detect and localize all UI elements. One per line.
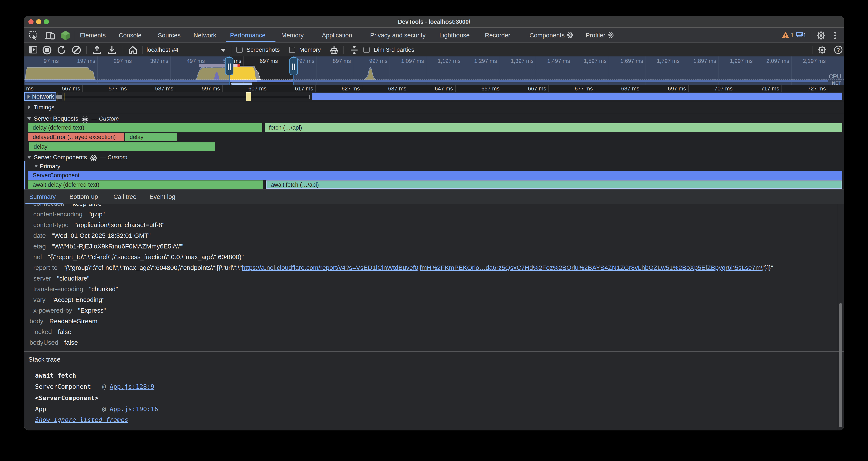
expand-arrow-icon[interactable] bbox=[27, 117, 31, 120]
clear-icon[interactable] bbox=[72, 45, 81, 55]
flame-bar-servercomponent[interactable]: ServerComponent bbox=[28, 171, 842, 180]
stack-frame: <ServerComponent> bbox=[35, 394, 98, 402]
bottom-tab-bottom-up[interactable]: Bottom-up bbox=[69, 190, 98, 204]
track-subgroup-primary[interactable]: Primary bbox=[24, 163, 844, 169]
flame-bar-await-delay-deferred-text[interactable]: await delay (deferred text) bbox=[28, 180, 263, 189]
download-profile-icon[interactable] bbox=[107, 45, 117, 55]
tab-performance[interactable]: Performance bbox=[230, 28, 266, 42]
collapse-arrow-icon[interactable] bbox=[28, 105, 31, 109]
source-location-link[interactable]: App.js:190:16 bbox=[110, 405, 158, 413]
net-strip-label: NET bbox=[832, 80, 841, 85]
capture-settings-gear-icon[interactable] bbox=[817, 45, 827, 54]
track-timings-row[interactable]: Timings bbox=[24, 102, 844, 113]
help-icon[interactable]: ? bbox=[834, 45, 843, 54]
ruler-tick-label: 727 ms bbox=[808, 85, 826, 92]
selection-handle-right[interactable] bbox=[289, 57, 298, 75]
inspect-icon[interactable] bbox=[29, 31, 39, 40]
flame-chart-tracks[interactable]: Network Timings Server Requests — Custom bbox=[24, 92, 844, 190]
screenshots-label[interactable]: Screenshots bbox=[246, 43, 280, 56]
devtools-tabbar: ElementsConsoleSourcesNetworkPerformance… bbox=[24, 28, 844, 43]
bottom-tab-event-log[interactable]: Event log bbox=[150, 190, 175, 204]
screenshots-checkbox[interactable] bbox=[236, 47, 243, 53]
timings-track-title: Timings bbox=[34, 104, 55, 111]
details-scrollbar-track[interactable] bbox=[838, 204, 838, 430]
expand-arrow-icon[interactable] bbox=[34, 165, 38, 167]
device-toolbar-icon[interactable] bbox=[44, 31, 55, 40]
home-icon[interactable] bbox=[128, 45, 137, 55]
flame-bar-delayederror-ayed-exception[interactable]: delayedError (…ayed exception) bbox=[28, 133, 124, 141]
message-icon[interactable] bbox=[796, 32, 803, 38]
timeline-ruler: ms567 ms577 ms587 ms597 ms607 ms617 ms62… bbox=[24, 85, 844, 92]
network-request-bar[interactable] bbox=[312, 93, 842, 100]
track-network-row[interactable]: Network bbox=[24, 92, 844, 101]
summary-details-pane[interactable]: connection"keep-alive"content-encoding"g… bbox=[24, 204, 844, 430]
tab-application[interactable]: Application bbox=[322, 28, 352, 42]
tab-elements[interactable]: Elements bbox=[80, 28, 106, 42]
detail-key: body bbox=[29, 318, 43, 324]
memory-checkbox[interactable] bbox=[289, 47, 296, 53]
detail-key: bodyUsed bbox=[29, 339, 58, 346]
dim-3rd-parties-checkbox[interactable] bbox=[363, 47, 370, 53]
overview-tick-label: 697 ms bbox=[260, 58, 278, 64]
settings-gear-icon[interactable] bbox=[816, 31, 826, 40]
collapse-arrow-icon[interactable] bbox=[28, 94, 30, 98]
memory-label[interactable]: Memory bbox=[299, 43, 321, 56]
selection-handle-left[interactable] bbox=[225, 57, 234, 75]
kebab-menu-icon[interactable] bbox=[833, 31, 837, 39]
tab-privacy-and-security[interactable]: Privacy and security bbox=[370, 28, 426, 42]
track-header-server-components[interactable]: Server Components — Custom bbox=[24, 151, 844, 162]
warning-count[interactable]: 1 bbox=[790, 28, 794, 42]
expand-arrow-icon[interactable] bbox=[27, 156, 31, 159]
flame-bar-fetch-api[interactable]: fetch (…/api) bbox=[265, 123, 842, 132]
network-event-marker[interactable] bbox=[246, 92, 251, 102]
reload-record-icon[interactable] bbox=[57, 45, 66, 55]
flame-bar-await-fetch-api[interactable]: await fetch (…/api) bbox=[266, 180, 842, 189]
collect-garbage-icon[interactable] bbox=[329, 46, 339, 55]
track-label-network[interactable]: Network bbox=[24, 92, 56, 101]
detail-value: "gzip" bbox=[88, 211, 105, 218]
source-location-link[interactable]: App.js:128:9 bbox=[110, 383, 154, 390]
collapse-icon[interactable] bbox=[350, 46, 359, 55]
stack-frame: App @ App.js:190:16 bbox=[35, 405, 158, 413]
message-count[interactable]: 1 bbox=[803, 28, 806, 42]
track-header-server-requests[interactable]: Server Requests — Custom bbox=[24, 113, 844, 123]
dim-3rd-parties-label[interactable]: Dim 3rd parties bbox=[374, 43, 414, 56]
nodejs-icon[interactable] bbox=[60, 30, 71, 41]
ruler-tick-label: 657 ms bbox=[482, 85, 500, 92]
network-track-title: Network bbox=[32, 93, 54, 100]
history-dropdown[interactable]: localhost #4 bbox=[147, 43, 178, 56]
detail-row-etag: etag"W/\"4b1-RjEJloX9kRinu6F0MAZMmy6E5iA… bbox=[33, 242, 183, 250]
tab-profiler[interactable]: Profiler bbox=[586, 28, 614, 42]
tab-network[interactable]: Network bbox=[193, 28, 216, 42]
tab-components[interactable]: Components bbox=[529, 28, 573, 42]
ruler-tick-label: 717 ms bbox=[761, 85, 779, 92]
flame-bar-delay[interactable]: delay bbox=[125, 133, 177, 141]
detail-value: "{\"group\":\"cf-nel\",\"max_age\":60480… bbox=[63, 264, 773, 271]
timeline-overview[interactable]: 97 ms197 ms297 ms397 ms497 ms597 ms697 m… bbox=[24, 56, 844, 85]
detail-key: x-powered-by bbox=[33, 307, 72, 314]
details-scrollbar-thumb[interactable] bbox=[839, 303, 842, 427]
section-divider bbox=[24, 351, 844, 352]
flame-bar-delay-deferred-text[interactable]: delay (deferred text) bbox=[28, 123, 262, 132]
bottom-tab-call-tree[interactable]: Call tree bbox=[114, 190, 136, 204]
report-to-url-link[interactable]: https://a.nel.cloudflare.com/report/v4?s… bbox=[242, 264, 763, 271]
long-task-marker bbox=[238, 64, 240, 67]
grip-bar bbox=[230, 63, 231, 70]
selected-tab-underline bbox=[226, 41, 276, 42]
show-ignore-listed-frames-link[interactable]: Show ignore-listed frames bbox=[35, 416, 128, 423]
warning-icon[interactable] bbox=[782, 31, 789, 38]
bottom-tab-summary[interactable]: Summary bbox=[29, 190, 56, 204]
tab-lighthouse[interactable]: Lighthouse bbox=[439, 28, 470, 42]
ruler-tick-label: 587 ms bbox=[155, 85, 173, 92]
detail-row-locked: lockedfalse bbox=[33, 328, 71, 336]
toggle-sidebar-icon[interactable] bbox=[29, 46, 38, 54]
tab-sources[interactable]: Sources bbox=[158, 28, 181, 42]
network-curtain-grip[interactable] bbox=[56, 95, 62, 99]
flame-bar-delay[interactable]: delay bbox=[29, 142, 215, 151]
tab-recorder[interactable]: Recorder bbox=[485, 28, 510, 42]
tab-memory[interactable]: Memory bbox=[281, 28, 304, 42]
upload-profile-icon[interactable] bbox=[92, 45, 102, 55]
tab-console[interactable]: Console bbox=[119, 28, 142, 42]
record-icon[interactable] bbox=[42, 45, 52, 55]
chevron-down-icon[interactable] bbox=[220, 49, 226, 52]
